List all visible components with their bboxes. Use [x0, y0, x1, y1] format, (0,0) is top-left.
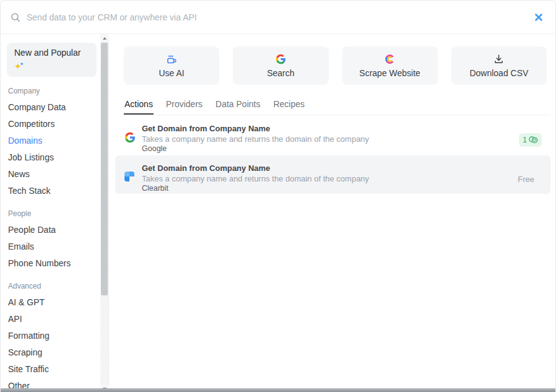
credit-badge: 1: [519, 133, 542, 147]
result-row-clearbit[interactable]: Get Domain from Company Name Takes a com…: [115, 155, 550, 194]
section-header-company: Company: [1, 87, 100, 95]
sidebar-item-ai-gpt[interactable]: AI & GPT: [1, 294, 100, 311]
result-provider: Google: [142, 144, 519, 154]
coffee-mug-icon: [166, 54, 177, 65]
action-picker-modal: New and Popular ✦✦ Company Company Data …: [0, 0, 556, 392]
google-logo-icon: [124, 132, 136, 143]
result-cost: Free: [518, 173, 542, 185]
result-title: Get Domain from Company Name: [142, 163, 518, 173]
sparkles-icon: ✦✦: [14, 59, 24, 72]
tab-actions[interactable]: Actions: [124, 97, 154, 115]
tab-providers[interactable]: Providers: [165, 97, 203, 115]
scroll-up-icon[interactable]: [100, 34, 109, 42]
download-csv-label: Download CSV: [469, 68, 528, 78]
sidebar-item-job-listings[interactable]: Job Listings: [1, 149, 100, 166]
window-bottom-edge: [1, 388, 555, 392]
scrape-website-button[interactable]: Scrape Website: [342, 46, 438, 85]
use-ai-label: Use AI: [159, 68, 185, 78]
search-action-button[interactable]: Search: [233, 46, 328, 85]
sidebar-item-phone-numbers[interactable]: Phone Numbers: [1, 255, 100, 272]
search-input[interactable]: [27, 12, 532, 22]
sidebar-scrollbar[interactable]: [100, 34, 109, 392]
search-icon: [11, 12, 20, 22]
clearbit-logo-icon: [124, 172, 136, 181]
sidebar-item-tech-stack[interactable]: Tech Stack: [1, 183, 100, 199]
result-text: Get Domain from Company Name Takes a com…: [142, 123, 519, 154]
tab-data-points[interactable]: Data Points: [215, 97, 261, 115]
sidebar-item-site-traffic[interactable]: Site Traffic: [1, 361, 100, 378]
main-panel: Use AI Search: [109, 34, 555, 392]
sidebar-item-company-data[interactable]: Company Data: [1, 99, 100, 116]
search-action-label: Search: [267, 68, 294, 78]
sidebar-item-label: New and Popular: [14, 48, 80, 58]
scraper-logo-icon: [384, 54, 395, 65]
quick-actions-row: Use AI Search: [124, 46, 547, 85]
download-csv-button[interactable]: Download CSV: [451, 46, 547, 85]
sidebar-item-competitors[interactable]: Competitors: [1, 116, 100, 133]
scrollbar-thumb[interactable]: [101, 43, 108, 295]
result-provider: Clearbit: [142, 184, 518, 193]
google-icon: [276, 54, 286, 65]
sidebar-item-new-and-popular[interactable]: New and Popular ✦✦: [7, 43, 97, 77]
search-bar: [1, 1, 555, 34]
sidebar-item-domains[interactable]: Domains: [1, 133, 100, 149]
result-description: Takes a company name and returns the dom…: [142, 174, 518, 183]
tab-bar: Actions Providers Data Points Recipes: [124, 97, 550, 115]
result-text: Get Domain from Company Name Takes a com…: [142, 162, 518, 193]
result-cost: 1: [519, 133, 542, 147]
sidebar-item-people-data[interactable]: People Data: [1, 222, 100, 238]
category-sidebar: New and Popular ✦✦ Company Company Data …: [1, 34, 100, 392]
sidebar-item-formatting[interactable]: Formatting: [1, 328, 100, 344]
use-ai-button[interactable]: Use AI: [124, 46, 219, 85]
result-title: Get Domain from Company Name: [142, 124, 519, 134]
free-label: Free: [518, 175, 542, 184]
result-description: Takes a company name and returns the dom…: [142, 134, 519, 144]
sidebar-item-emails[interactable]: Emails: [1, 238, 100, 255]
coins-icon: [529, 136, 538, 144]
credit-count: 1: [523, 136, 527, 144]
sidebar-item-api[interactable]: API: [1, 311, 100, 328]
download-icon: [493, 54, 504, 65]
results-list: Get Domain from Company Name Takes a com…: [115, 116, 550, 194]
result-row-google[interactable]: Get Domain from Company Name Takes a com…: [115, 116, 550, 155]
section-header-advanced: Advanced: [1, 282, 100, 290]
close-icon[interactable]: [532, 11, 545, 24]
scrape-website-label: Scrape Website: [359, 68, 420, 78]
tab-recipes[interactable]: Recipes: [272, 97, 305, 115]
sidebar-item-scraping[interactable]: Scraping: [1, 344, 100, 361]
section-header-people: People: [1, 209, 100, 218]
sidebar-item-news[interactable]: News: [1, 166, 100, 183]
